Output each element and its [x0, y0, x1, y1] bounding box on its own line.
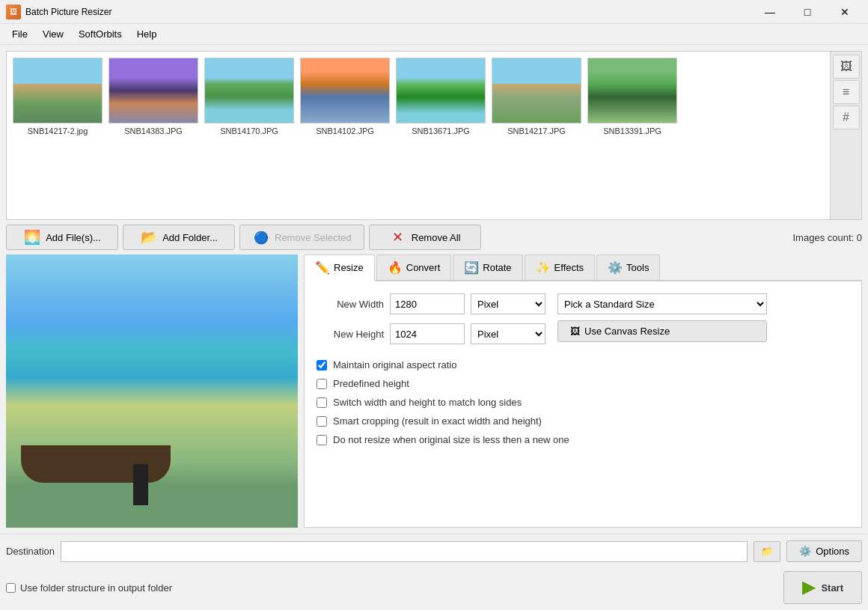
person-silhouette [133, 464, 148, 505]
tab-convert[interactable]: 🔥 Convert [376, 254, 452, 280]
menubar: File View SoftOrbits Help [0, 24, 868, 45]
add-folder-button[interactable]: 📂 Add Folder... [123, 225, 235, 250]
checkbox-predefined-height: Predefined height [317, 378, 849, 389]
browse-folder-button[interactable]: 📁 [754, 541, 780, 562]
canvas-resize-button[interactable]: 🖼 Use Canvas Resize [557, 320, 767, 342]
image-thumb[interactable]: SNB14383.JPG [109, 58, 198, 135]
canvas-resize-icon: 🖼 [570, 326, 580, 337]
options-button[interactable]: ⚙️ Options [786, 540, 862, 562]
predefined-height-label[interactable]: Predefined height [333, 378, 409, 389]
image-thumb[interactable]: SNB14102.JPG [300, 58, 390, 135]
maintain-ratio-label[interactable]: Maintain original aspect ratio [333, 359, 456, 370]
thumb-image-0 [13, 58, 103, 123]
tab-rotate-label: Rotate [483, 262, 511, 273]
tab-resize[interactable]: ✏️ Resize [304, 254, 375, 281]
start-label: Start [821, 582, 843, 594]
resize-tab-content: New Width Pixel Percent Inch Cm [304, 281, 862, 528]
height-unit-select[interactable]: Pixel Percent Inch Cm [471, 323, 545, 344]
switch-wh-checkbox[interactable] [317, 397, 327, 408]
switch-wh-label[interactable]: Switch width and height to match long si… [333, 397, 522, 408]
effects-tab-icon: ✨ [536, 260, 551, 275]
menu-softorbits[interactable]: SoftOrbits [73, 26, 128, 42]
thumb-label-3: SNB14102.JPG [316, 126, 374, 135]
minimize-button[interactable]: — [753, 0, 787, 24]
tab-convert-label: Convert [406, 262, 441, 273]
tab-tools-label: Tools [626, 262, 649, 273]
image-thumb[interactable]: SNB13391.JPG [587, 58, 677, 135]
add-files-label: Add File(s)... [46, 232, 101, 243]
strip-view-large[interactable]: 🖼 [833, 55, 860, 79]
remove-all-label: Remove All [412, 232, 461, 243]
no-resize-checkbox[interactable] [317, 435, 327, 445]
thumb-label-4: SNB13671.JPG [412, 126, 470, 135]
tabs: ✏️ Resize 🔥 Convert 🔄 Rotate ✨ Effects [304, 254, 862, 281]
height-label: New Height [317, 329, 384, 340]
tab-effects[interactable]: ✨ Effects [525, 254, 596, 280]
dimensions-section: New Width Pixel Percent Inch Cm [317, 293, 545, 353]
smart-crop-checkbox[interactable] [317, 416, 327, 427]
titlebar: 🖼 Batch Picture Resizer — □ ✕ [0, 0, 868, 24]
thumb-image-5 [492, 58, 581, 123]
right-panel: ✏️ Resize 🔥 Convert 🔄 Rotate ✨ Effects [304, 254, 862, 528]
remove-selected-icon: 🔵 [252, 230, 270, 245]
images-count: Images count: 0 [793, 232, 863, 243]
remove-all-button[interactable]: ✕ Remove All [369, 225, 481, 250]
predefined-height-checkbox[interactable] [317, 379, 327, 389]
add-folder-label: Add Folder... [162, 232, 218, 243]
standard-size-section: Pick a Standard Size 🖼 Use Canvas Resize [557, 293, 767, 350]
destination-input[interactable] [61, 541, 748, 562]
width-row: New Width Pixel Percent Inch Cm [317, 293, 545, 314]
menu-help[interactable]: Help [131, 26, 163, 42]
browse-folder-icon: 📁 [761, 546, 773, 557]
maximize-button[interactable]: □ [790, 0, 825, 24]
tab-rotate[interactable]: 🔄 Rotate [453, 254, 522, 280]
start-arrow-icon: ▶ [802, 578, 815, 597]
use-folder-label[interactable]: Use folder structure in output folder [20, 582, 172, 594]
thumb-label-1: SNB14383.JPG [124, 126, 183, 135]
checkbox-smart-crop: Smart cropping (result in exact width an… [317, 415, 849, 427]
thumb-label-5: SNB14217.JPG [507, 126, 566, 135]
tab-resize-label: Resize [334, 262, 364, 273]
image-strip: SNB14217-2.jpg SNB14383.JPG SNB14170.JPG… [7, 52, 830, 219]
start-button[interactable]: ▶ Start [783, 571, 862, 604]
use-folder-checkbox[interactable] [6, 583, 16, 593]
image-thumb[interactable]: SNB14170.JPG [204, 58, 294, 135]
height-input[interactable] [390, 323, 465, 344]
tab-tools[interactable]: ⚙️ Tools [596, 254, 660, 280]
image-thumb[interactable]: SNB14217-2.jpg [13, 58, 103, 135]
options-gear-icon: ⚙️ [799, 546, 811, 557]
thumb-label-2: SNB14170.JPG [220, 126, 278, 135]
menu-view[interactable]: View [37, 26, 70, 42]
remove-all-icon: ✕ [389, 230, 407, 245]
width-unit-select[interactable]: Pixel Percent Inch Cm [471, 293, 545, 314]
workspace: SNB14217-2.jpg SNB14383.JPG SNB14170.JPG… [0, 45, 868, 610]
width-label: New Width [317, 299, 384, 310]
thumb-image-2 [204, 58, 294, 123]
strip-sidebar: 🖼 ≡ # [830, 52, 861, 219]
thumb-image-3 [300, 58, 390, 123]
rotate-tab-icon: 🔄 [464, 260, 479, 275]
tab-effects-label: Effects [554, 262, 584, 273]
footer-row: Use folder structure in output folder ▶ … [0, 568, 868, 610]
strip-view-list[interactable]: ≡ [833, 80, 860, 104]
checkbox-switch-wh: Switch width and height to match long si… [317, 397, 849, 408]
options-label: Options [816, 546, 849, 557]
no-resize-label[interactable]: Do not resize when original size is less… [333, 434, 569, 445]
destination-bar: Destination 📁 ⚙️ Options [0, 534, 868, 568]
menu-file[interactable]: File [6, 26, 34, 42]
maintain-ratio-checkbox[interactable] [317, 360, 327, 370]
image-thumb[interactable]: SNB14217.JPG [492, 58, 581, 135]
preview-area [6, 254, 298, 528]
add-folder-icon: 📂 [140, 230, 158, 245]
thumb-image-6 [587, 58, 677, 123]
add-files-button[interactable]: 🌅 Add File(s)... [6, 225, 118, 250]
smart-crop-label[interactable]: Smart cropping (result in exact width an… [333, 415, 542, 427]
close-button[interactable]: ✕ [828, 0, 862, 24]
image-thumb[interactable]: SNB13671.JPG [396, 58, 486, 135]
standard-size-select[interactable]: Pick a Standard Size [557, 293, 767, 314]
width-input[interactable] [390, 293, 465, 314]
thumb-image-1 [109, 58, 198, 123]
thumb-label-0: SNB14217-2.jpg [28, 126, 88, 135]
remove-selected-button[interactable]: 🔵 Remove Selected [239, 225, 364, 250]
strip-view-grid[interactable]: # [833, 106, 860, 129]
